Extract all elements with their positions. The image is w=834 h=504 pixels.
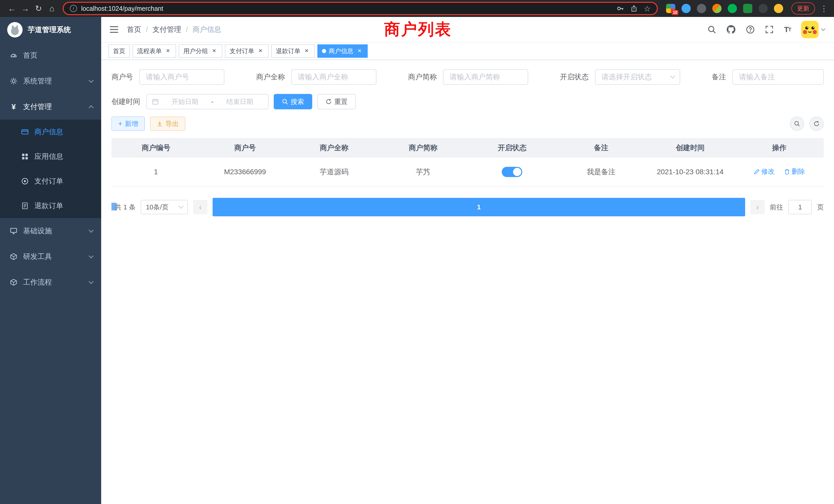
sidebar-item-home[interactable]: 首页 — [0, 43, 101, 68]
start-date-placeholder: 开始日期 — [162, 97, 208, 106]
extension-icon[interactable] — [712, 4, 722, 13]
sidebar-menu: 首页 系统管理 ¥ 支付管理 — [0, 43, 101, 295]
page-size-select[interactable]: 10条/页 — [141, 200, 188, 214]
tab-merchant-info[interactable]: 商户信息 × — [317, 44, 368, 58]
tab-pay-orders[interactable]: 支付订单 × — [225, 44, 269, 58]
edit-link[interactable]: 修改 — [754, 167, 775, 176]
sidebar-item-dev-tools[interactable]: 研发工具 — [0, 244, 101, 270]
sidebar-item-refund-orders[interactable]: 退款订单 — [0, 193, 101, 218]
chevron-down-icon — [89, 279, 94, 284]
col-header: 备注 — [557, 138, 646, 158]
status-select[interactable]: 请选择开启状态 — [595, 69, 680, 85]
tab-refund-orders[interactable]: 退款订单 × — [271, 44, 315, 58]
extension-icon[interactable] — [728, 4, 737, 13]
update-button[interactable]: 更新 — [791, 2, 815, 15]
page-number-button[interactable]: 1 — [213, 198, 745, 216]
back-button[interactable]: ← — [5, 4, 19, 13]
sidebar-item-app-info[interactable]: 应用信息 — [0, 144, 101, 169]
cell-status — [467, 158, 557, 186]
extension-icon[interactable] — [681, 4, 691, 13]
profile-avatar-icon[interactable] — [774, 4, 783, 13]
col-header: 商户全称 — [290, 138, 379, 158]
goto-page-input[interactable] — [788, 200, 812, 214]
tab-label: 支付订单 — [229, 47, 254, 55]
merchant-fullname-input[interactable] — [291, 69, 376, 85]
password-key-icon[interactable] — [616, 5, 624, 12]
search-form-row-2: 创建时间 开始日期 - 结束日期 搜索 — [111, 94, 824, 109]
create-time-range-picker[interactable]: 开始日期 - 结束日期 — [146, 94, 269, 109]
refresh-button[interactable] — [809, 116, 824, 131]
remark-input[interactable] — [732, 69, 824, 85]
sidebar-item-workflow[interactable]: 工作流程 — [0, 270, 101, 295]
sidebar-item-label: 工作流程 — [23, 277, 52, 287]
close-icon[interactable]: × — [356, 47, 363, 55]
tab-home[interactable]: 首页 — [108, 44, 130, 58]
github-icon[interactable] — [726, 25, 736, 34]
toggle-search-button[interactable] — [790, 116, 804, 131]
box-icon — [9, 253, 18, 260]
goto-prefix: 前往 — [770, 203, 783, 212]
url-bar[interactable]: i localhost:1024/pay/merchant ☆ — [63, 2, 658, 15]
add-button[interactable]: + 新增 — [111, 116, 145, 131]
bookmark-star-icon[interactable]: ☆ — [644, 4, 651, 13]
browser-menu-icon[interactable]: ⋮ — [820, 4, 828, 13]
info-icon[interactable]: i — [70, 5, 77, 12]
delete-link[interactable]: 删除 — [784, 167, 805, 176]
font-size-icon[interactable]: TT — [784, 25, 791, 34]
col-header: 操作 — [734, 138, 824, 158]
home-button[interactable]: ⌂ — [45, 4, 59, 13]
close-icon[interactable]: × — [164, 47, 172, 55]
reload-button[interactable]: ↻ — [32, 4, 45, 13]
search-form-row-1: 商户号 商户全称 商户简称 开启状态 请选择开启状态 — [111, 69, 824, 85]
reset-button[interactable]: 重置 — [317, 94, 356, 109]
plus-icon: + — [118, 120, 122, 127]
sidebar-item-payment[interactable]: ¥ 支付管理 — [0, 94, 101, 120]
hamburger-icon[interactable] — [109, 26, 118, 33]
active-dot-icon — [322, 49, 326, 53]
status-toggle[interactable] — [502, 167, 522, 177]
goto-suffix: 页 — [817, 203, 824, 212]
sidebar-item-system[interactable]: 系统管理 — [0, 68, 101, 94]
app-logo[interactable]: 芋道管理系统 — [0, 17, 101, 43]
chevron-down-icon — [89, 253, 94, 258]
col-header: 商户简称 — [378, 138, 467, 158]
extension-icon[interactable] — [697, 4, 706, 13]
share-icon[interactable] — [630, 5, 638, 12]
date-separator: - — [211, 98, 214, 106]
merchant-shortname-input[interactable] — [443, 69, 528, 85]
sidebar-item-label: 退款订单 — [35, 201, 63, 211]
payment-submenu: 商户信息 应用信息 支付订单 — [0, 120, 101, 218]
page-size-value: 10条/页 — [146, 203, 169, 212]
sidebar-item-infrastructure[interactable]: 基础设施 — [0, 218, 101, 244]
close-icon[interactable]: × — [257, 47, 264, 55]
tab-process-form[interactable]: 流程表单 × — [132, 44, 176, 58]
forward-button[interactable]: → — [19, 4, 32, 13]
target-icon — [21, 177, 29, 185]
chevron-down-icon — [178, 204, 183, 209]
sidebar-item-pay-orders[interactable]: 支付订单 — [0, 169, 101, 193]
field-label: 备注 — [712, 72, 726, 82]
export-button[interactable]: 导出 — [150, 116, 185, 131]
tags-view-bar: 首页 流程表单 × 用户分组 × 支付订单 × 退款订单 × — [101, 43, 834, 60]
extension-icon[interactable] — [759, 4, 768, 13]
tab-user-group[interactable]: 用户分组 × — [179, 44, 222, 58]
sidebar-item-merchant-info[interactable]: 商户信息 — [0, 120, 101, 144]
breadcrumb-payment[interactable]: 支付管理 — [153, 25, 181, 35]
extension-icon[interactable] — [743, 4, 752, 13]
close-icon[interactable]: × — [303, 47, 310, 55]
search-button[interactable]: 搜索 — [274, 94, 312, 109]
prev-page-button[interactable]: ‹ — [193, 200, 207, 214]
sidebar: 芋道管理系统 首页 系统管理 ¥ — [0, 17, 101, 504]
breadcrumb-home[interactable]: 首页 — [127, 25, 141, 35]
dashboard-icon — [9, 51, 18, 59]
help-icon[interactable] — [746, 25, 755, 34]
breadcrumb-separator: / — [146, 25, 148, 33]
user-menu[interactable] — [801, 21, 825, 38]
extension-icon[interactable]: 10 — [666, 4, 675, 13]
search-icon[interactable] — [707, 25, 716, 34]
total-count-text: 共 1 条 — [115, 203, 136, 211]
merchant-no-input[interactable] — [139, 69, 224, 85]
next-page-button[interactable]: › — [750, 200, 765, 214]
fullscreen-icon[interactable] — [765, 25, 774, 34]
close-icon[interactable]: × — [211, 47, 218, 55]
